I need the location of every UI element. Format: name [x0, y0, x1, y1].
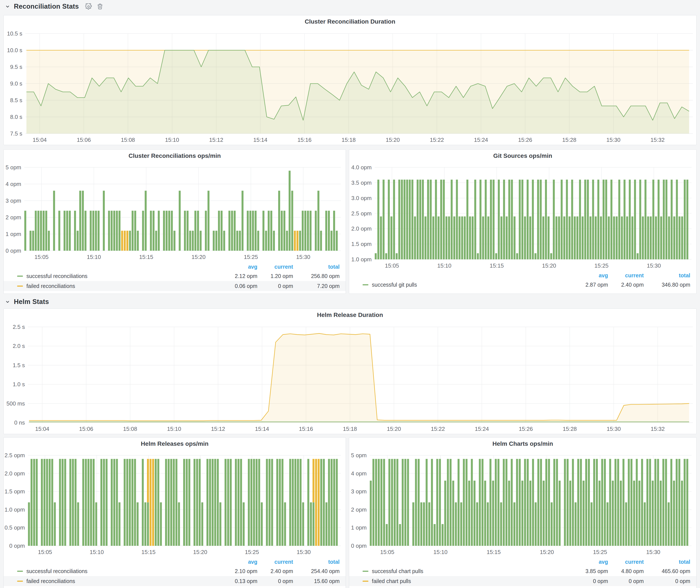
panel-git-sources-ops: Git Sources ops/min 1.0 opm1.5 opm2.0 op… — [349, 149, 697, 294]
svg-text:15:25: 15:25 — [593, 549, 607, 555]
legend-row-failed-reconciliations[interactable]: failed reconciliations 0.06 opm 0 opm 7.… — [4, 281, 346, 291]
svg-text:15:20: 15:20 — [193, 549, 207, 555]
helm-release-duration-chart[interactable]: 0 ns500 ms1.0 s1.5 s2.0 s2.5 s15:0415:06… — [4, 321, 696, 434]
svg-text:15:16: 15:16 — [297, 137, 311, 143]
helm-releases-ops-chart[interactable]: 0 opm0.5 opm1.0 opm1.5 opm2.0 opm2.5 opm… — [4, 450, 346, 557]
panel-title[interactable]: Cluster Reconciliations ops/min — [4, 150, 346, 162]
svg-text:9.0 s: 9.0 s — [10, 80, 22, 87]
svg-text:4 opm: 4 opm — [351, 470, 367, 477]
legend-row-successful-chart-pulls[interactable]: successful chart pulls 3.85 opm 4.80 opm… — [349, 566, 696, 576]
svg-text:15:15: 15:15 — [139, 254, 153, 260]
git-sources-ops-chart[interactable]: 1.0 opm1.5 opm2.0 opm2.5 opm3.0 opm3.5 o… — [349, 162, 696, 271]
svg-text:2.5 opm: 2.5 opm — [351, 210, 372, 217]
svg-text:7.5 s: 7.5 s — [10, 130, 22, 137]
section-title[interactable]: Reconciliation Stats — [14, 3, 79, 10]
helm-releases-ops-svg[interactable]: 0 opm0.5 opm1.0 opm1.5 opm2.0 opm2.5 opm… — [4, 450, 346, 557]
series-label[interactable]: successful reconciliations — [26, 568, 87, 574]
legend-row-failed-reconciliations[interactable]: failed reconciliations 0.13 opm 0 opm 15… — [4, 576, 346, 586]
svg-text:0.5 opm: 0.5 opm — [5, 524, 25, 531]
svg-text:15:18: 15:18 — [343, 426, 357, 432]
svg-text:15:26: 15:26 — [518, 137, 532, 143]
legend-col-avg[interactable]: avg — [222, 559, 257, 565]
gear-icon[interactable] — [85, 3, 92, 10]
svg-text:15:05: 15:05 — [385, 262, 399, 269]
cluster-reconciliations-ops-chart[interactable]: 0 opm1 opm2 opm3 opm4 opm5 opm15:0515:10… — [4, 162, 346, 262]
legend-col-total[interactable]: total — [644, 559, 690, 565]
stat-total: 465.60 opm — [644, 568, 690, 574]
helm-charts-ops-chart[interactable]: 0 opm1 opm2 opm3 opm4 opm5 opm15:0515:10… — [349, 450, 696, 557]
legend-col-total[interactable]: total — [644, 272, 690, 279]
helm-release-duration-svg[interactable]: 0 ns500 ms1.0 s1.5 s2.0 s2.5 s15:0415:06… — [4, 321, 696, 434]
panel-title[interactable]: Helm Release Duration — [4, 309, 696, 321]
cluster-reconciliation-duration-chart[interactable]: 7.5 s8.0 s8.5 s9.0 s9.5 s10.0 s10.5 s15:… — [4, 28, 696, 145]
cluster-reconciliation-duration-svg[interactable]: 7.5 s8.0 s8.5 s9.0 s9.5 s10.0 s10.5 s15:… — [4, 28, 696, 145]
panel-title[interactable]: Helm Charts ops/min — [349, 438, 696, 450]
panel-title[interactable]: Cluster Reconciliation Duration — [4, 15, 696, 28]
legend-col-total[interactable]: total — [293, 559, 340, 565]
stat-total: 7.20 opm — [293, 283, 340, 289]
section-header-helm-stats[interactable]: Helm Stats — [5, 297, 49, 307]
legend-col-current[interactable]: current — [257, 264, 293, 270]
series-label[interactable]: failed chart pulls — [372, 578, 411, 584]
svg-text:15:30: 15:30 — [647, 262, 661, 269]
svg-text:3.5 opm: 3.5 opm — [351, 179, 372, 186]
svg-text:15:20: 15:20 — [387, 426, 401, 432]
legend-col-avg[interactable]: avg — [572, 272, 608, 279]
svg-text:9.5 s: 9.5 s — [10, 64, 22, 70]
series-label[interactable]: failed reconciliations — [26, 578, 75, 584]
legend-row-successful-reconciliations[interactable]: successful reconciliations 2.10 opm 2.40… — [4, 566, 346, 576]
svg-text:2.0 opm: 2.0 opm — [351, 225, 372, 232]
svg-text:15:04: 15:04 — [35, 426, 49, 432]
svg-text:15:04: 15:04 — [33, 137, 47, 143]
panel-title[interactable]: Helm Releases ops/min — [4, 438, 346, 450]
stat-current: 2.40 opm — [257, 568, 293, 574]
chevron-down-icon[interactable] — [5, 4, 10, 9]
svg-text:15:24: 15:24 — [475, 426, 489, 432]
panel-cluster-reconciliation-duration: Cluster Reconciliation Duration 7.5 s8.0… — [3, 15, 697, 145]
svg-text:1.0 opm: 1.0 opm — [5, 506, 25, 513]
stat-avg: 2.12 opm — [222, 273, 257, 279]
cluster-reconciliations-ops-svg[interactable]: 0 opm1 opm2 opm3 opm4 opm5 opm15:0515:10… — [4, 162, 346, 262]
legend-row-successful-reconciliations[interactable]: successful reconciliations 2.12 opm 1.20… — [4, 271, 346, 281]
svg-text:15:28: 15:28 — [562, 137, 576, 143]
legend-row-failed-chart-pulls[interactable]: failed chart pulls 0 opm 0 opm 0 opm — [349, 576, 696, 586]
svg-text:0 ns: 0 ns — [14, 419, 25, 426]
svg-text:1.0 opm: 1.0 opm — [351, 256, 372, 263]
panel-helm-releases-ops: Helm Releases ops/min 0 opm0.5 opm1.0 op… — [3, 437, 346, 588]
legend-col-current[interactable]: current — [608, 559, 644, 565]
svg-text:5 opm: 5 opm — [351, 452, 367, 459]
series-label[interactable]: successful chart pulls — [372, 568, 423, 574]
legend-header-row: avg current total — [349, 271, 696, 280]
stat-total: 254.40 opm — [293, 568, 340, 574]
trash-icon[interactable] — [97, 3, 103, 10]
svg-text:5 opm: 5 opm — [6, 164, 21, 171]
legend-col-avg[interactable]: avg — [572, 559, 608, 565]
stat-avg: 3.85 opm — [572, 568, 608, 574]
chevron-down-icon[interactable] — [5, 299, 10, 305]
stat-current: 2.40 opm — [608, 282, 644, 288]
legend-col-current[interactable]: current — [608, 272, 644, 279]
series-label[interactable]: successful reconciliations — [26, 273, 87, 279]
helm-charts-ops-svg[interactable]: 0 opm1 opm2 opm3 opm4 opm5 opm15:0515:10… — [349, 450, 696, 557]
legend-row-successful-git-pulls[interactable]: successful git pulls 2.87 opm 2.40 opm 3… — [349, 280, 696, 290]
legend-col-total[interactable]: total — [293, 264, 340, 270]
legend-col-current[interactable]: current — [257, 559, 293, 565]
stat-current: 4.80 opm — [608, 568, 644, 574]
stat-total: 256.80 opm — [293, 273, 340, 279]
git-sources-ops-svg[interactable]: 1.0 opm1.5 opm2.0 opm2.5 opm3.0 opm3.5 o… — [349, 162, 696, 271]
svg-text:3 opm: 3 opm — [6, 197, 21, 204]
series-label[interactable]: failed reconciliations — [26, 283, 75, 289]
series-color-dash — [363, 284, 368, 285]
section-header-reconciliation-stats[interactable]: Reconciliation Stats — [5, 2, 103, 11]
stat-current: 0 opm — [257, 578, 293, 584]
svg-text:15:20: 15:20 — [542, 262, 556, 269]
svg-text:15:22: 15:22 — [431, 426, 445, 432]
section-title[interactable]: Helm Stats — [14, 298, 49, 306]
panel-title[interactable]: Git Sources ops/min — [349, 150, 696, 162]
series-color-dash — [363, 581, 368, 582]
svg-text:15:28: 15:28 — [563, 426, 577, 432]
svg-text:15:08: 15:08 — [121, 137, 135, 143]
legend: avg current total successful reconciliat… — [4, 262, 346, 294]
series-label[interactable]: successful git pulls — [372, 282, 417, 288]
legend-col-avg[interactable]: avg — [222, 264, 257, 270]
